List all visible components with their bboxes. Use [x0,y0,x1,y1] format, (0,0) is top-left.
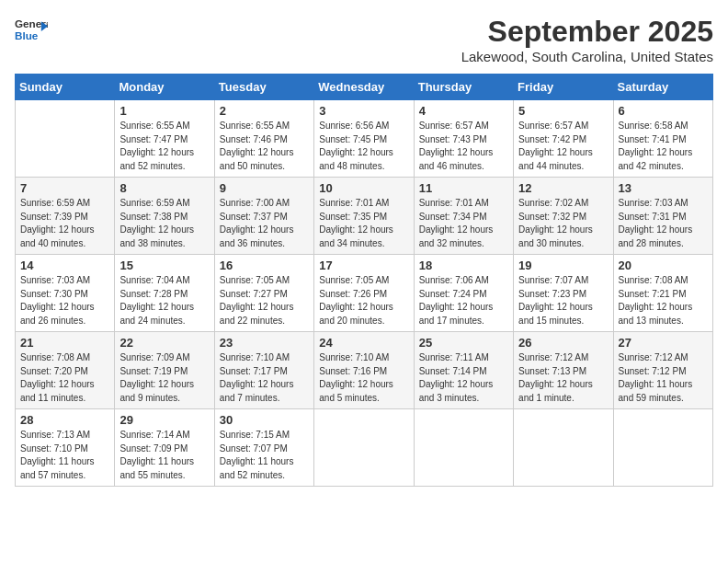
calendar: SundayMondayTuesdayWednesdayThursdayFrid… [15,74,713,487]
day-info: Sunrise: 7:05 AM Sunset: 7:27 PM Dayligh… [220,274,309,327]
calendar-cell: 18Sunrise: 7:06 AM Sunset: 7:24 PM Dayli… [414,255,513,332]
day-header-tuesday: Tuesday [214,75,313,100]
day-number: 15 [119,259,209,272]
day-info: Sunrise: 6:58 AM Sunset: 7:41 PM Dayligh… [619,120,708,173]
day-number: 2 [220,104,309,118]
calendar-cell: 20Sunrise: 7:08 AM Sunset: 7:21 PM Dayli… [613,255,712,332]
day-info: Sunrise: 6:55 AM Sunset: 7:46 PM Dayligh… [220,120,309,173]
day-info: Sunrise: 7:09 AM Sunset: 7:19 PM Dayligh… [119,351,209,405]
day-header-monday: Monday [115,75,214,100]
calendar-cell: 5Sunrise: 6:57 AM Sunset: 7:42 PM Daylig… [514,100,613,178]
day-number: 10 [319,181,408,195]
day-number: 16 [220,259,309,272]
day-info: Sunrise: 7:10 AM Sunset: 7:16 PM Dayligh… [319,351,408,405]
day-info: Sunrise: 6:59 AM Sunset: 7:39 PM Dayligh… [20,197,109,250]
day-number: 19 [518,259,608,272]
day-info: Sunrise: 7:01 AM Sunset: 7:35 PM Dayligh… [319,197,408,250]
calendar-cell: 14Sunrise: 7:03 AM Sunset: 7:30 PM Dayli… [16,255,115,332]
day-number: 14 [20,259,109,272]
calendar-cell: 8Sunrise: 6:59 AM Sunset: 7:38 PM Daylig… [115,178,214,255]
day-header-friday: Friday [514,75,613,100]
day-number: 6 [619,104,708,118]
day-number: 24 [319,336,408,350]
day-number: 8 [119,181,209,195]
calendar-cell: 17Sunrise: 7:05 AM Sunset: 7:26 PM Dayli… [314,255,414,332]
calendar-cell: 10Sunrise: 7:01 AM Sunset: 7:35 PM Dayli… [314,178,414,255]
day-number: 5 [518,104,608,118]
day-info: Sunrise: 6:59 AM Sunset: 7:38 PM Dayligh… [119,197,209,250]
day-info: Sunrise: 7:06 AM Sunset: 7:24 PM Dayligh… [419,274,508,327]
day-info: Sunrise: 7:12 AM Sunset: 7:13 PM Dayligh… [518,351,608,405]
day-info: Sunrise: 7:11 AM Sunset: 7:14 PM Dayligh… [419,351,508,405]
day-info: Sunrise: 7:08 AM Sunset: 7:20 PM Dayligh… [20,351,109,405]
location-title: Lakewood, South Carolina, United States [461,49,713,64]
day-number: 9 [220,181,309,195]
calendar-cell: 29Sunrise: 7:14 AM Sunset: 7:09 PM Dayli… [115,409,214,487]
day-info: Sunrise: 7:03 AM Sunset: 7:30 PM Dayligh… [20,274,109,327]
day-info: Sunrise: 7:02 AM Sunset: 7:32 PM Dayligh… [518,197,608,250]
day-number: 23 [220,336,309,350]
day-number: 12 [518,181,608,195]
calendar-cell: 1Sunrise: 6:55 AM Sunset: 7:47 PM Daylig… [115,100,214,178]
calendar-cell: 12Sunrise: 7:02 AM Sunset: 7:32 PM Dayli… [514,178,613,255]
day-number: 30 [220,413,309,427]
day-number: 28 [20,413,109,427]
calendar-cell: 6Sunrise: 6:58 AM Sunset: 7:41 PM Daylig… [613,100,712,178]
day-number: 17 [319,259,408,272]
day-number: 3 [319,104,408,118]
calendar-cell [16,100,115,178]
week-row-1: 1Sunrise: 6:55 AM Sunset: 7:47 PM Daylig… [16,100,713,178]
day-info: Sunrise: 6:56 AM Sunset: 7:45 PM Dayligh… [319,120,408,173]
calendar-cell: 4Sunrise: 6:57 AM Sunset: 7:43 PM Daylig… [414,100,513,178]
calendar-cell: 19Sunrise: 7:07 AM Sunset: 7:23 PM Dayli… [514,255,613,332]
calendar-cell: 23Sunrise: 7:10 AM Sunset: 7:17 PM Dayli… [214,332,313,409]
calendar-cell: 26Sunrise: 7:12 AM Sunset: 7:13 PM Dayli… [514,332,613,409]
calendar-cell: 25Sunrise: 7:11 AM Sunset: 7:14 PM Dayli… [414,332,513,409]
logo-icon: General Blue [15,15,48,48]
calendar-cell: 22Sunrise: 7:09 AM Sunset: 7:19 PM Dayli… [115,332,214,409]
calendar-cell: 16Sunrise: 7:05 AM Sunset: 7:27 PM Dayli… [214,255,313,332]
day-header-saturday: Saturday [613,75,712,100]
day-number: 4 [419,104,508,118]
calendar-cell: 13Sunrise: 7:03 AM Sunset: 7:31 PM Dayli… [613,178,712,255]
day-info: Sunrise: 7:07 AM Sunset: 7:23 PM Dayligh… [518,274,608,327]
calendar-cell: 11Sunrise: 7:01 AM Sunset: 7:34 PM Dayli… [414,178,513,255]
day-number: 18 [419,259,508,272]
day-number: 21 [20,336,109,350]
day-info: Sunrise: 7:14 AM Sunset: 7:09 PM Dayligh… [119,429,209,482]
day-info: Sunrise: 7:04 AM Sunset: 7:28 PM Dayligh… [119,274,209,327]
week-row-2: 7Sunrise: 6:59 AM Sunset: 7:39 PM Daylig… [16,178,713,255]
day-number: 29 [119,413,209,427]
day-number: 27 [619,336,708,350]
day-info: Sunrise: 7:15 AM Sunset: 7:07 PM Dayligh… [220,429,309,482]
calendar-cell: 30Sunrise: 7:15 AM Sunset: 7:07 PM Dayli… [214,409,313,487]
svg-text:Blue: Blue [15,29,39,41]
logo: General Blue [15,15,48,48]
calendar-cell [314,409,414,487]
header-row: SundayMondayTuesdayWednesdayThursdayFrid… [16,75,713,100]
day-info: Sunrise: 7:00 AM Sunset: 7:37 PM Dayligh… [220,197,309,250]
week-row-3: 14Sunrise: 7:03 AM Sunset: 7:30 PM Dayli… [16,255,713,332]
calendar-cell: 27Sunrise: 7:12 AM Sunset: 7:12 PM Dayli… [613,332,712,409]
day-number: 20 [619,259,708,272]
calendar-cell: 21Sunrise: 7:08 AM Sunset: 7:20 PM Dayli… [16,332,115,409]
day-info: Sunrise: 7:12 AM Sunset: 7:12 PM Dayligh… [619,351,708,405]
week-row-4: 21Sunrise: 7:08 AM Sunset: 7:20 PM Dayli… [16,332,713,409]
calendar-cell [514,409,613,487]
calendar-cell [613,409,712,487]
day-info: Sunrise: 7:05 AM Sunset: 7:26 PM Dayligh… [319,274,408,327]
month-title: September 2025 [461,15,713,49]
day-info: Sunrise: 6:57 AM Sunset: 7:43 PM Dayligh… [419,120,508,173]
day-info: Sunrise: 7:01 AM Sunset: 7:34 PM Dayligh… [419,197,508,250]
day-info: Sunrise: 6:57 AM Sunset: 7:42 PM Dayligh… [518,120,608,173]
calendar-cell: 7Sunrise: 6:59 AM Sunset: 7:39 PM Daylig… [16,178,115,255]
day-number: 22 [119,336,209,350]
day-number: 7 [20,181,109,195]
title-area: September 2025 Lakewood, South Carolina,… [461,15,713,64]
calendar-cell: 2Sunrise: 6:55 AM Sunset: 7:46 PM Daylig… [214,100,313,178]
day-header-sunday: Sunday [16,75,115,100]
day-header-wednesday: Wednesday [314,75,414,100]
calendar-cell [414,409,513,487]
calendar-cell: 28Sunrise: 7:13 AM Sunset: 7:10 PM Dayli… [16,409,115,487]
calendar-cell: 3Sunrise: 6:56 AM Sunset: 7:45 PM Daylig… [314,100,414,178]
